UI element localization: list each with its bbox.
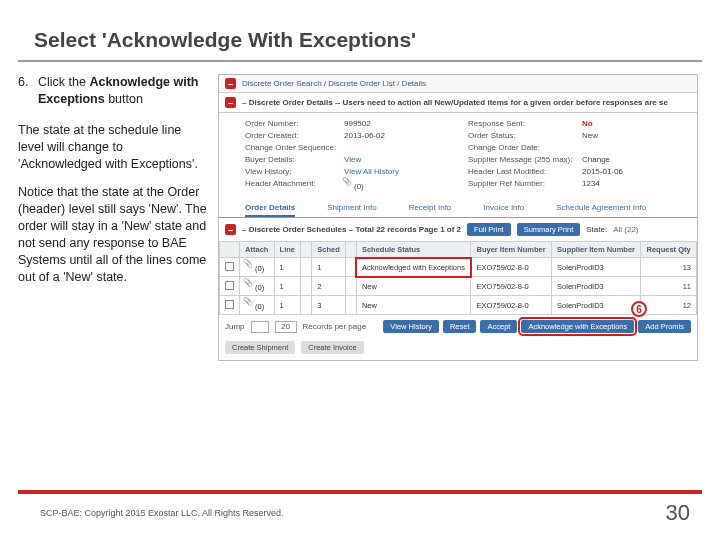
collapse-icon[interactable]: –: [225, 224, 236, 235]
step-text-post: button: [105, 92, 143, 106]
value-change-seq: [344, 143, 464, 152]
cell-sched-icon: [345, 258, 356, 277]
instruction-column: 6. Click the Acknowledge with Exceptions…: [18, 74, 208, 361]
cell-checkbox[interactable]: [220, 277, 240, 296]
link-view-history[interactable]: View All History: [344, 167, 464, 176]
cell-status: New: [356, 296, 471, 315]
col-buyer-item: Buyer Item Number: [471, 242, 552, 258]
cell-sched: 1: [312, 258, 346, 277]
callout-badge-6: 6: [631, 301, 647, 317]
cell-attach[interactable]: (0): [240, 277, 275, 296]
collapse-icon[interactable]: –: [225, 78, 236, 89]
add-promise-button[interactable]: Add Promis: [638, 320, 691, 333]
cell-buyer-item: EXO759/02-8-0: [471, 258, 552, 277]
action-bar-1: Jump 20 Records per page View History Re…: [219, 315, 697, 338]
paperclip-icon: [344, 179, 354, 189]
value-change-date: [582, 143, 702, 152]
col-attach: Attach: [240, 242, 275, 258]
header-attach-count: (0): [354, 182, 364, 191]
value-supplier-ref: 1234: [582, 179, 702, 191]
col-request-qty: Request Qty: [641, 242, 697, 258]
accept-button[interactable]: Accept: [480, 320, 517, 333]
cell-attach[interactable]: (0): [240, 296, 275, 315]
tab-schedule-agreement[interactable]: Schedule Agreement Info: [556, 203, 646, 217]
cell-checkbox[interactable]: [220, 258, 240, 277]
step-number: 6.: [18, 74, 34, 108]
page-number: 30: [666, 500, 690, 526]
full-print-button[interactable]: Full Print: [467, 223, 511, 236]
table-row: (0)13NewEXO759/02-8-0SolenProdID312: [220, 296, 697, 315]
cell-sched-icon: [345, 296, 356, 315]
tab-receipt-info[interactable]: Receipt Info: [409, 203, 452, 217]
reset-button[interactable]: Reset: [443, 320, 477, 333]
per-page-label: Records per page: [303, 322, 367, 331]
cell-buyer-item: EXO759/02-8-0: [471, 296, 552, 315]
value-response-sent: No: [582, 119, 702, 128]
table-row: (0)11Acknowledged with ExceptionsEXO759/…: [220, 258, 697, 277]
label-supplier-ref: Supplier Ref Number:: [468, 179, 578, 191]
view-history-button[interactable]: View History: [383, 320, 439, 333]
cell-line-icon: [301, 277, 312, 296]
schedules-table: Attach Line Sched Schedule Status Buyer …: [219, 241, 697, 315]
cell-sched: 2: [312, 277, 346, 296]
value-header-attach[interactable]: (0): [344, 179, 464, 191]
label-change-seq: Change Order Sequence:: [245, 143, 340, 152]
cell-attach[interactable]: (0): [240, 258, 275, 277]
cell-line: 1: [274, 258, 301, 277]
schedules-heading: – Discrete Order Schedules – Total 22 re…: [242, 225, 461, 234]
col-sched: Sched: [312, 242, 346, 258]
slide-title: Select 'Acknowledge With Exceptions': [0, 0, 720, 60]
col-line: Line: [274, 242, 301, 258]
cell-supplier-item: SolenProdID3: [552, 277, 641, 296]
screenshot-panel: – Discrete Order Search / Discrete Order…: [218, 74, 698, 361]
collapse-icon[interactable]: –: [225, 97, 236, 108]
cell-sched-icon: [345, 277, 356, 296]
value-header-modified: 2015-01-06: [582, 167, 702, 176]
tab-shipment-info[interactable]: Shipment Info: [327, 203, 376, 217]
link-buyer-view[interactable]: View: [344, 155, 464, 164]
summary-print-button[interactable]: Summary Print: [517, 223, 581, 236]
cell-qty: 11: [641, 277, 697, 296]
table-header-row: Attach Line Sched Schedule Status Buyer …: [220, 242, 697, 258]
footer-divider: [18, 490, 702, 494]
state-filter[interactable]: All (22): [613, 225, 638, 234]
paragraph-2: Notice that the state at the Order (head…: [18, 184, 208, 285]
cell-line: 1: [274, 296, 301, 315]
acknowledge-exceptions-button[interactable]: Acknowledge with Exceptions: [521, 320, 634, 333]
cell-line-icon: [301, 296, 312, 315]
step-text-pre: Click the: [38, 75, 89, 89]
cell-supplier-item: SolenProdID3: [552, 296, 641, 315]
section-heading: – Discrete Order Details -- Users need t…: [242, 98, 668, 107]
create-invoice-button[interactable]: Create Invoice: [301, 341, 363, 354]
label-change-date: Change Order Date:: [468, 143, 578, 152]
label-order-created: Order Created:: [245, 131, 340, 140]
cell-sched: 3: [312, 296, 346, 315]
order-detail-grid: Order Number: 999502 Response Sent: No O…: [219, 113, 697, 199]
label-supplier-msg: Supplier Message (255 max):: [468, 155, 578, 164]
cell-line: 1: [274, 277, 301, 296]
label-view-history: View History:: [245, 167, 340, 176]
value-order-number: 999502: [344, 119, 464, 128]
value-order-created: 2013-06-02: [344, 131, 464, 140]
tab-invoice-info[interactable]: Invoice Info: [483, 203, 524, 217]
paragraph-1: The state at the schedule line level wil…: [18, 122, 208, 173]
label-buyer-details: Buyer Details:: [245, 155, 340, 164]
paperclip-icon: [245, 261, 255, 271]
cell-buyer-item: EXO759/02-8-0: [471, 277, 552, 296]
create-shipment-button[interactable]: Create Shipment: [225, 341, 295, 354]
col-schedicon: [345, 242, 356, 258]
cell-checkbox[interactable]: [220, 296, 240, 315]
paperclip-icon: [245, 299, 255, 309]
tab-order-details[interactable]: Order Details: [245, 203, 295, 217]
col-status: Schedule Status: [356, 242, 471, 258]
col-supplier-item: Supplier Item Number: [552, 242, 641, 258]
cell-line-icon: [301, 258, 312, 277]
cell-qty: 12: [641, 296, 697, 315]
cell-status: New: [356, 277, 471, 296]
footer-copyright: SCP-BAE: Copyright 2015 Exostar LLC. All…: [40, 508, 284, 518]
jump-input[interactable]: [251, 321, 269, 333]
label-header-attach: Header Attachment:: [245, 179, 340, 191]
per-page-select[interactable]: 20: [275, 321, 297, 333]
value-order-status: New: [582, 131, 702, 140]
step-text: Click the Acknowledge with Exceptions bu…: [34, 74, 208, 108]
